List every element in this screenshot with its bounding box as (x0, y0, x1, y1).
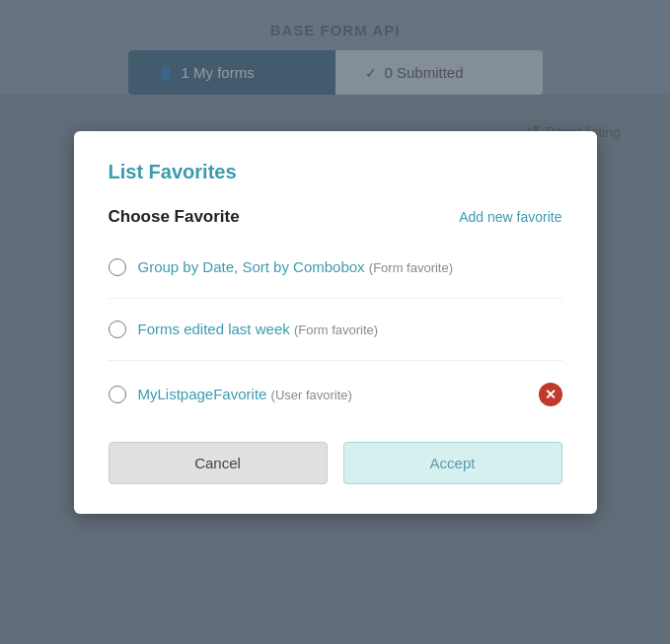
modal-dialog: List Favorites Choose Favorite Add new f… (74, 131, 597, 514)
cancel-button[interactable]: Cancel (109, 442, 328, 484)
favorite-radio-2[interactable] (109, 321, 126, 338)
favorite-type-1: (Form favorite) (369, 260, 453, 275)
choose-favorite-header: Choose Favorite Add new favorite (109, 207, 562, 227)
modal-title: List Favorites (109, 161, 562, 183)
modal-overlay: List Favorites Choose Favorite Add new f… (0, 0, 670, 644)
favorite-label-1: Group by Date, Sort by Combobox (Form fa… (138, 258, 562, 275)
favorite-label-2: Forms edited last week (Form favorite) (138, 321, 562, 337)
list-item: Forms edited last week (Form favorite) (109, 309, 562, 350)
accept-button[interactable]: Accept (343, 442, 562, 484)
modal-buttons: Cancel Accept (109, 442, 562, 484)
favorite-radio-1[interactable] (109, 258, 126, 276)
choose-favorite-label: Choose Favorite (109, 207, 240, 227)
list-item: Group by Date, Sort by Combobox (Form fa… (109, 247, 562, 288)
add-new-favorite-link[interactable]: Add new favorite (459, 209, 561, 225)
delete-favorite-button-3[interactable]: ✕ (539, 383, 562, 406)
divider-2 (109, 360, 562, 361)
favorite-radio-3[interactable] (109, 386, 126, 403)
favorite-type-2: (Form favorite) (294, 322, 378, 337)
divider-1 (109, 298, 562, 299)
favorite-type-3: (User favorite) (271, 388, 352, 402)
list-item: MyListpageFavorite (User favorite) ✕ (109, 371, 562, 418)
favorite-label-3: MyListpageFavorite (User favorite) (138, 386, 527, 402)
